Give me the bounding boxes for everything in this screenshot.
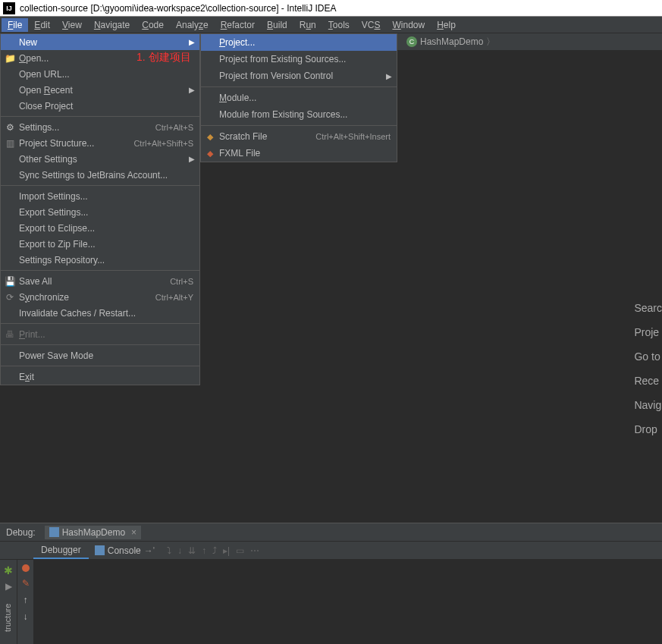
step-over-icon[interactable]: ⤵ — [167, 545, 171, 556]
file-menu-project-structure[interactable]: ▥ Project Structure... Ctrl+Alt+Shift+S — [1, 135, 199, 151]
menu-separator — [201, 86, 397, 87]
debugger-tab[interactable]: Debugger — [33, 542, 89, 559]
menu-edit[interactable]: Edit — [28, 18, 56, 32]
debug-tabs: Debugger Console →' ⤵ ↓ ⇊ ↑ ⤴ ▸| ▭ ⋯ — [0, 542, 662, 560]
annotation-create-project: 1. 创建项目 — [136, 51, 191, 64]
menu-file[interactable]: File — [2, 18, 28, 32]
arrow-right-icon: ▶ — [189, 86, 195, 94]
file-menu-export-zip[interactable]: Export to Zip File... — [1, 236, 199, 252]
welcome-link[interactable]: Drop — [634, 417, 662, 441]
submenu-project-existing[interactable]: Project from Existing Sources... — [201, 51, 397, 68]
fxml-file-icon: ◆ — [204, 147, 216, 159]
debug-tab-label: HashMapDemo — [62, 527, 125, 538]
scratch-file-icon: ◆ — [204, 130, 216, 143]
arrow-right-icon: ▶ — [189, 155, 195, 163]
close-icon[interactable]: × — [131, 527, 136, 538]
file-menu-export-settings[interactable]: Export Settings... — [1, 204, 199, 220]
structure-side-tab[interactable]: tructure — [0, 591, 15, 644]
step-out-icon[interactable]: ↑ — [202, 545, 206, 556]
file-menu-open-recent[interactable]: Open Recent ▶ — [1, 82, 199, 98]
breadcrumb-label: HashMapDemo — [420, 36, 483, 47]
file-menu-import-settings[interactable]: Import Settings... — [1, 188, 199, 204]
file-menu-close-project[interactable]: Close Project — [1, 98, 199, 114]
file-menu-save-all[interactable]: 💾 Save All Ctrl+S — [1, 273, 199, 289]
print-icon: 🖶 — [4, 328, 16, 341]
save-icon: 💾 — [4, 275, 16, 287]
file-menu-invalidate[interactable]: Invalidate Caches / Restart... — [1, 305, 199, 321]
menu-tools[interactable]: Tools — [322, 18, 356, 32]
debug-title: Debug: — [6, 527, 36, 538]
welcome-link[interactable]: Proje — [634, 320, 662, 344]
menu-refactor[interactable]: Refactor — [215, 18, 261, 32]
pencil-icon[interactable]: ✎ — [22, 578, 30, 589]
debug-body: ✱ ▶ ❚❚ ■ ✎ ↑ ↓ — [0, 560, 662, 644]
file-menu-synchronize[interactable]: ⟳ Synchronize Ctrl+Alt+Y — [1, 289, 199, 305]
evaluate-icon[interactable]: ▭ — [236, 545, 244, 556]
menu-separator — [1, 366, 199, 366]
breadcrumb-item[interactable]: C HashMapDemo 〉 — [402, 36, 500, 49]
console-icon — [95, 545, 105, 555]
gear-icon: ⚙ — [4, 121, 16, 134]
down-icon[interactable]: ↓ — [24, 611, 28, 622]
menu-view[interactable]: View — [56, 18, 88, 32]
arrow-right-icon: ▶ — [386, 72, 392, 80]
file-menu-sync-settings[interactable]: Sync Settings to JetBrains Account... — [1, 167, 199, 183]
submenu-fxml-file[interactable]: ◆ FXML File — [201, 145, 397, 162]
menu-vcs[interactable]: VCS — [356, 18, 387, 32]
console-tab[interactable]: Console →' — [89, 543, 161, 558]
menu-build[interactable]: Build — [261, 18, 293, 32]
menu-help[interactable]: Help — [431, 18, 462, 32]
menubar: File Edit View Navigate Code Analyze Ref… — [0, 17, 662, 33]
file-menu-settings[interactable]: ⚙ Settings... Ctrl+Alt+S — [1, 119, 199, 135]
submenu-module[interactable]: Module... — [201, 90, 397, 106]
submenu-project[interactable]: Project... — [201, 34, 397, 51]
file-menu-exit[interactable]: Exit — [1, 369, 199, 385]
welcome-link[interactable]: Rece — [634, 369, 662, 393]
menu-run[interactable]: Run — [293, 18, 322, 32]
welcome-links: Searc Proje Go to Rece Navig Drop — [634, 296, 662, 441]
menu-window[interactable]: Window — [386, 18, 431, 32]
menu-separator — [1, 116, 199, 117]
file-menu-open-url[interactable]: Open URL... — [1, 66, 199, 82]
arrow-right-icon: ▶ — [189, 38, 195, 46]
file-menu-dropdown: New ▶ 📁 Open... Open URL... Open Recent … — [0, 33, 200, 385]
menu-code[interactable]: Code — [136, 18, 170, 32]
submenu-module-existing[interactable]: Module from Existing Sources... — [201, 106, 397, 123]
debug-header: Debug: HashMapDemo × — [0, 523, 662, 542]
file-menu-new[interactable]: New ▶ — [1, 34, 199, 50]
structure-icon: ▥ — [4, 137, 16, 149]
menu-separator — [1, 185, 199, 186]
run-to-cursor-icon[interactable]: ▸| — [223, 545, 230, 556]
submenu-scratch-file[interactable]: ◆ Scratch File Ctrl+Alt+Shift+Insert — [201, 128, 397, 145]
debug-toolbar: ⤵ ↓ ⇊ ↑ ⤴ ▸| ▭ ⋯ — [167, 545, 259, 556]
welcome-link[interactable]: Go to — [634, 344, 662, 369]
file-menu-settings-repo[interactable]: Settings Repository... — [1, 252, 199, 268]
debug-content-area — [33, 560, 662, 644]
force-step-into-icon[interactable]: ⇊ — [188, 545, 196, 556]
run-config-icon — [49, 527, 59, 537]
debug-config-tab[interactable]: HashMapDemo × — [45, 526, 141, 539]
menu-navigate[interactable]: Navigate — [88, 18, 136, 32]
chevron-right-icon: 〉 — [486, 36, 495, 49]
step-into-icon[interactable]: ↓ — [177, 545, 182, 556]
breakpoint-icon[interactable] — [22, 564, 30, 572]
file-menu-print[interactable]: 🖶 Print... — [1, 326, 199, 342]
welcome-link[interactable]: Searc — [634, 296, 662, 320]
welcome-link[interactable]: Navig — [634, 393, 662, 417]
more-icon[interactable]: ⋯ — [250, 545, 259, 556]
submenu-project-vcs[interactable]: Project from Version Control ▶ — [201, 68, 397, 84]
app-logo-icon: IJ — [3, 2, 15, 14]
drop-frame-icon[interactable]: ⤴ — [212, 545, 217, 556]
console-exit-icon: →' — [144, 545, 155, 556]
file-menu-power-save[interactable]: Power Save Mode — [1, 347, 199, 363]
menu-analyze[interactable]: Analyze — [170, 18, 215, 32]
file-menu-other-settings[interactable]: Other Settings ▶ — [1, 151, 199, 167]
debug-left-toolbar2: ✎ ↑ ↓ — [17, 560, 33, 644]
file-menu-export-eclipse[interactable]: Export to Eclipse... — [1, 220, 199, 236]
resume-icon[interactable]: ▶ — [5, 581, 12, 592]
up-icon[interactable]: ↑ — [24, 595, 28, 605]
titlebar-text: collection-source [D:\gyoomi\idea-worksp… — [20, 3, 337, 14]
bug-icon[interactable]: ✱ — [4, 564, 13, 576]
menu-separator — [1, 344, 199, 345]
folder-icon: 📁 — [4, 52, 16, 64]
